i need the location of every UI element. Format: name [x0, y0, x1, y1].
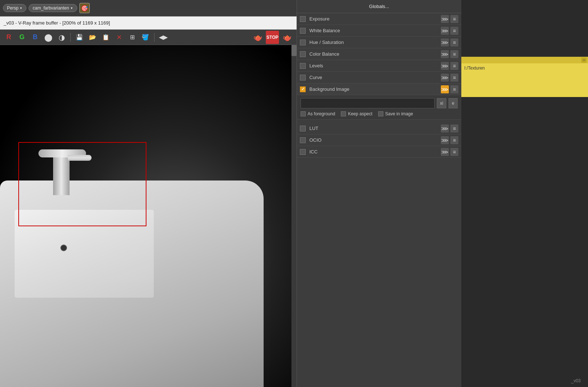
curve-actions: ⋙ ≡ — [441, 74, 458, 82]
background-image-checkbox[interactable] — [300, 86, 306, 92]
bg-xi-button[interactable]: xi — [437, 98, 447, 108]
levels-menu-btn[interactable]: ≡ — [450, 62, 458, 70]
audio-icon[interactable]: ◀▶ — [157, 31, 169, 43]
sticky-note: − I:/Texturen — [461, 57, 588, 97]
globals-panel: Globals... Exposure ⋙ ≡ White Balance ⋙ … — [297, 0, 461, 387]
lut-actions: ⋙ ≡ — [441, 124, 458, 133]
color-balance-row[interactable]: Color Balance ⋙ ≡ — [297, 48, 461, 60]
background-image-menu-btn[interactable]: ≡ — [450, 85, 458, 93]
bg-e-button[interactable]: e — [449, 98, 458, 108]
save-in-image-option[interactable]: Save in image — [378, 111, 413, 116]
white-balance-collapse-btn[interactable]: ⋙ — [441, 27, 449, 35]
render-controls: 🫖 STOP 🫖 — [251, 31, 294, 44]
curve-checkbox[interactable] — [300, 75, 306, 81]
as-foreground-option[interactable]: As foreground — [301, 111, 335, 116]
keep-aspect-option[interactable]: Keep aspect — [341, 111, 372, 116]
background-image-collapse-btn[interactable]: ⋙ — [441, 85, 449, 93]
circle-full-icon[interactable]: ⬤ — [42, 31, 54, 43]
white-balance-row[interactable]: White Balance ⋙ ≡ — [297, 25, 461, 37]
background-image-label: Background Image — [309, 86, 441, 92]
bucket-icon[interactable]: 🪣 — [139, 31, 151, 43]
grain-overlay — [15, 159, 154, 283]
render-viewport — [0, 45, 297, 387]
ocio-label: OCIO — [309, 137, 441, 143]
levels-actions: ⋙ ≡ — [441, 62, 458, 70]
separator-2 — [154, 33, 155, 42]
hue-saturation-checkbox[interactable] — [300, 40, 306, 45]
white-balance-checkbox[interactable] — [300, 28, 306, 34]
color-balance-checkbox[interactable] — [300, 51, 306, 57]
hue-saturation-collapse-btn[interactable]: ⋙ — [441, 38, 449, 46]
exposure-actions: ⋙ ≡ — [441, 15, 458, 23]
ocio-checkbox[interactable] — [300, 137, 306, 143]
background-image-actions: ⋙ ≡ — [441, 85, 458, 93]
white-balance-label: White Balance — [309, 28, 441, 33]
teapot-orange-icon[interactable]: 🫖 — [280, 31, 294, 44]
sticky-note-text: I:/Texturen — [464, 66, 485, 71]
as-foreground-checkbox[interactable] — [301, 111, 306, 116]
ocio-collapse-btn[interactable]: ⋙ — [441, 136, 449, 144]
b-channel-button[interactable]: B — [29, 31, 41, 43]
icc-label: ICC — [309, 149, 441, 155]
bg-file-row: xi e — [301, 98, 458, 108]
levels-row[interactable]: Levels ⋙ ≡ — [297, 60, 461, 72]
stop-render-button[interactable]: STOP — [266, 31, 279, 44]
save-in-image-checkbox[interactable] — [378, 111, 383, 116]
lut-checkbox[interactable] — [300, 126, 306, 131]
icc-menu-btn[interactable]: ≡ — [450, 148, 458, 156]
background-image-row[interactable]: Background Image ⋙ ≡ — [297, 83, 461, 95]
teapot-blue-icon[interactable]: 🫖 — [251, 31, 264, 44]
ocio-actions: ⋙ ≡ — [441, 136, 458, 144]
clipboard-icon[interactable]: 📋 — [100, 31, 112, 43]
g-channel-button[interactable]: G — [16, 31, 28, 43]
render-region-icon[interactable]: 🎯 — [79, 3, 90, 13]
camera-dropdown[interactable]: cam_farbvarianten — [29, 4, 77, 12]
keep-aspect-label: Keep aspect — [348, 111, 372, 116]
icc-actions: ⋙ ≡ — [441, 148, 458, 156]
circle-half-icon[interactable]: ◑ — [56, 31, 67, 43]
lut-collapse-btn[interactable]: ⋙ — [441, 124, 449, 133]
color-balance-menu-btn[interactable]: ≡ — [450, 50, 458, 58]
white-balance-actions: ⋙ ≡ — [441, 27, 458, 35]
bottom-version-label: _v03 — [571, 378, 581, 383]
exposure-checkbox[interactable] — [300, 16, 306, 22]
panel-spacer — [297, 120, 461, 123]
scrollbar-thumb[interactable] — [291, 45, 297, 56]
sticky-note-titlebar: − — [461, 57, 588, 63]
ocio-menu-btn[interactable]: ≡ — [450, 136, 458, 144]
render-canvas — [0, 45, 291, 387]
exposure-menu-btn[interactable]: ≡ — [450, 15, 458, 23]
levels-checkbox[interactable] — [300, 63, 306, 69]
clear-icon[interactable]: ✕ — [113, 31, 125, 43]
exposure-row[interactable]: Exposure ⋙ ≡ — [297, 13, 461, 25]
icc-row[interactable]: ICC ⋙ ≡ — [297, 146, 461, 158]
lut-menu-btn[interactable]: ≡ — [450, 124, 458, 133]
vfb-toolbar: R G B ⬤ ◑ 💾 📂 📋 ✕ ⊞ 🪣 ◀▶ 🫖 STOP 🫖 — [0, 30, 297, 45]
color-balance-collapse-btn[interactable]: ⋙ — [441, 50, 449, 58]
hue-saturation-menu-btn[interactable]: ≡ — [450, 38, 458, 46]
region-icon[interactable]: ⊞ — [126, 31, 138, 43]
keep-aspect-checkbox[interactable] — [341, 111, 346, 116]
curve-menu-btn[interactable]: ≡ — [450, 74, 458, 82]
viewport-scrollbar[interactable] — [291, 45, 297, 387]
lut-row[interactable]: LUT ⋙ ≡ — [297, 123, 461, 134]
r-channel-button[interactable]: R — [3, 31, 15, 43]
sticky-note-minimize[interactable]: − — [581, 57, 587, 63]
icc-checkbox[interactable] — [300, 149, 306, 155]
curve-row[interactable]: Curve ⋙ ≡ — [297, 72, 461, 83]
white-balance-menu-btn[interactable]: ≡ — [450, 27, 458, 35]
folder-icon[interactable]: 📂 — [87, 31, 98, 43]
save-icon[interactable]: 💾 — [74, 31, 85, 43]
levels-collapse-btn[interactable]: ⋙ — [441, 62, 449, 70]
bg-file-input[interactable] — [301, 98, 435, 108]
color-balance-actions: ⋙ ≡ — [441, 50, 458, 58]
exposure-collapse-btn[interactable]: ⋙ — [441, 15, 449, 23]
perspective-dropdown[interactable]: Persp — [3, 4, 26, 12]
icc-collapse-btn[interactable]: ⋙ — [441, 148, 449, 156]
vfb-title: _v03 - V-Ray frame buffer - [200% of 116… — [4, 20, 110, 26]
bg-options-row: As foreground Keep aspect Save in image — [301, 111, 458, 116]
hue-saturation-row[interactable]: Hue / Saturation ⋙ ≡ — [297, 37, 461, 48]
curve-collapse-btn[interactable]: ⋙ — [441, 74, 449, 82]
separator-1 — [70, 33, 71, 42]
ocio-row[interactable]: OCIO ⋙ ≡ — [297, 134, 461, 146]
